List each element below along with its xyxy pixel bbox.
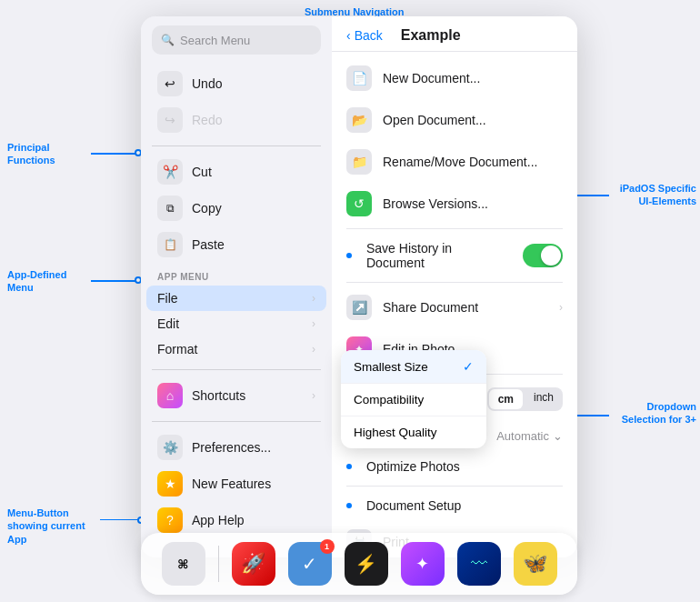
- ipad-specific-label: iPadOS Specific UI-Elements: [610, 182, 696, 208]
- dropdown-item-highest-quality[interactable]: Highest Quality: [341, 416, 486, 448]
- right-item-optimize-photos[interactable]: Optimize Photos: [332, 451, 577, 482]
- app-defined-menu-line: [91, 280, 138, 282]
- menu-item-undo[interactable]: ↩ Undo: [146, 65, 326, 102]
- menu-item-cut[interactable]: ✂️ Cut: [146, 154, 326, 190]
- menu-button-label: Menu-Button showing current App: [7, 507, 98, 546]
- dock-app-affinity[interactable]: ✦: [401, 542, 445, 586]
- preferences-icon: ⚙️: [157, 435, 183, 460]
- copy-label: Copy: [192, 201, 222, 216]
- save-history-dot: [346, 253, 352, 258]
- units-inch-button[interactable]: inch: [525, 387, 563, 411]
- app-defined-menu-label: App-Defined Menu: [7, 268, 89, 295]
- left-panel: 🔍 Search Menu ↩ Undo ↪ Redo ✂️ Cut ⧉ Cop…: [141, 16, 332, 557]
- redo-label: Redo: [192, 113, 222, 127]
- cut-label: Cut: [192, 165, 212, 179]
- dock: ⌘ 🚀 ✓ 1 ⚡ ✦ 〰 🦋: [141, 533, 577, 595]
- divider-2: [152, 369, 321, 370]
- menu-item-file[interactable]: File ›: [146, 286, 326, 311]
- dock-app-nav[interactable]: 〰: [457, 542, 501, 586]
- principal-functions-label: Principal Functions: [7, 141, 89, 167]
- right-item-save-history[interactable]: Save History in Document: [332, 233, 577, 278]
- menu-item-redo[interactable]: ↪ Redo: [146, 102, 326, 138]
- optimize-dot: [346, 464, 352, 469]
- format-chevron-icon: ›: [312, 343, 315, 356]
- file-label: File: [157, 291, 178, 306]
- right-item-rename-doc[interactable]: 📁 Rename/Move Document...: [332, 141, 577, 183]
- right-item-browse-versions[interactable]: ↺ Browse Versions...: [332, 183, 577, 225]
- right-item-new-doc[interactable]: 📄 New Document...: [332, 57, 577, 99]
- dropdown-item-smallest[interactable]: Smallest Size ✓: [341, 350, 486, 384]
- separator-2: [346, 282, 563, 283]
- browse-versions-label: Browse Versions...: [383, 196, 488, 211]
- right-header: ‹ Back Example: [332, 16, 577, 52]
- back-label: Back: [355, 28, 383, 43]
- edit-label: Edit: [157, 316, 179, 331]
- rename-doc-icon: 📁: [346, 149, 372, 175]
- dock-app-cmd[interactable]: ⌘: [162, 542, 205, 586]
- back-chevron-icon: ‹: [346, 28, 351, 43]
- shortcuts-icon: ⌂: [157, 383, 183, 408]
- doc-setup-label: Document Setup: [366, 498, 461, 513]
- cut-icon: ✂️: [157, 159, 183, 185]
- appearance-dropdown[interactable]: Automatic ⌄: [496, 429, 563, 443]
- file-chevron-icon: ›: [312, 292, 315, 305]
- share-doc-icon: ↗️: [346, 295, 372, 320]
- optimize-dropdown-popup: Smallest Size ✓ Compatibility Highest Qu…: [341, 350, 486, 448]
- undo-label: Undo: [192, 76, 222, 91]
- optimize-label: Optimize Photos: [366, 459, 460, 474]
- units-cm-button[interactable]: cm: [489, 389, 523, 409]
- right-item-doc-setup[interactable]: Document Setup: [332, 490, 577, 521]
- doc-setup-dot: [346, 503, 352, 508]
- appearance-chevron-icon: ⌄: [553, 429, 563, 443]
- browse-versions-icon: ↺: [346, 191, 372, 216]
- menu-item-new-features[interactable]: ★ New Features: [146, 466, 326, 502]
- new-features-icon: ★: [157, 471, 183, 497]
- dropdown-checkmark-icon: ✓: [463, 359, 474, 374]
- dock-separator: [218, 546, 219, 582]
- search-input[interactable]: Search Menu: [180, 34, 250, 47]
- app-help-label: App Help: [192, 513, 245, 527]
- copy-icon: ⧉: [157, 196, 183, 221]
- menu-item-format[interactable]: Format ›: [146, 336, 326, 362]
- dropdown-item-compatibility[interactable]: Compatibility: [341, 384, 486, 416]
- menu-item-preferences[interactable]: ⚙️ Preferences...: [146, 429, 326, 466]
- units-segmented-control[interactable]: cm inch: [487, 387, 563, 411]
- undo-icon: ↩: [157, 71, 183, 96]
- search-bar[interactable]: 🔍 Search Menu: [152, 25, 321, 55]
- right-item-open-doc[interactable]: 📂 Open Document...: [332, 99, 577, 141]
- dock-app-rocket[interactable]: 🚀: [232, 542, 275, 586]
- menu-item-shortcuts[interactable]: ⌂ Shortcuts ›: [146, 377, 326, 414]
- menu-item-copy[interactable]: ⧉ Copy: [146, 190, 326, 226]
- shortcuts-chevron-icon: ›: [312, 389, 315, 402]
- dropdown-selection-label: Dropdown Selection for 3+: [610, 400, 696, 426]
- dropdown-selection-line: [573, 415, 609, 416]
- format-label: Format: [157, 342, 197, 356]
- ipad-specific-line: [573, 195, 609, 196]
- divider-1: [152, 145, 321, 146]
- right-items-list: 📄 New Document... 📂 Open Document... 📁 R…: [332, 52, 577, 557]
- right-item-share-doc[interactable]: ↗️ Share Document ›: [332, 286, 577, 328]
- menu-item-edit[interactable]: Edit ›: [146, 311, 326, 336]
- dropdown-smallest-label: Smallest Size: [354, 360, 428, 374]
- dropdown-compatibility-label: Compatibility: [354, 393, 424, 406]
- right-panel-title: Example: [401, 27, 461, 44]
- appearance-value: Automatic: [496, 429, 549, 443]
- paste-label: Paste: [192, 237, 225, 252]
- menu-item-paste[interactable]: 📋 Paste: [146, 226, 326, 263]
- edit-chevron-icon: ›: [312, 317, 315, 330]
- dock-app-butterfly[interactable]: 🦋: [514, 542, 557, 586]
- new-features-label: New Features: [192, 477, 271, 491]
- dock-app-electric[interactable]: ⚡: [345, 542, 388, 586]
- separator-4: [346, 486, 563, 487]
- dropdown-highest-quality-label: Highest Quality: [354, 426, 437, 439]
- separator-1: [346, 228, 563, 229]
- preferences-label: Preferences...: [192, 440, 271, 455]
- open-doc-label: Open Document...: [383, 113, 486, 127]
- save-history-toggle[interactable]: [523, 244, 563, 267]
- menu-button-line: [100, 519, 141, 521]
- back-button[interactable]: ‹ Back: [346, 28, 383, 43]
- divider-3: [152, 421, 321, 422]
- app-menu-section-label: APP MENU: [157, 272, 315, 282]
- dock-app-tasks[interactable]: ✓ 1: [288, 542, 332, 586]
- app-help-icon: ?: [157, 507, 183, 533]
